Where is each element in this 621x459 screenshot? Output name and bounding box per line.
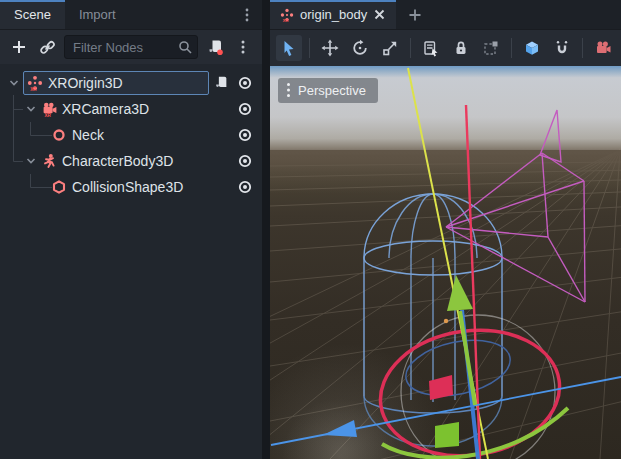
search-icon [177,39,193,55]
local-space-toggle[interactable] [519,35,545,61]
gizmo-plane-green[interactable] [435,422,459,448]
node-label: Neck [72,127,104,143]
visibility-eye-icon[interactable] [237,127,253,143]
more-menu-icon [240,7,254,23]
snap-magnet-icon [553,39,571,57]
list-select-button[interactable] [418,35,444,61]
viewport-3d[interactable]: Perspective [270,66,621,459]
scene-tab-origin-body[interactable]: XR origin_body [270,0,396,29]
marker-dot [444,319,448,323]
node-label: CollisionShape3D [72,179,183,195]
tree-row-collisionshape3d[interactable]: CollisionShape3D [0,174,262,200]
instance-scene-button[interactable] [36,36,58,58]
perspective-label: Perspective [298,83,366,98]
filter-nodes-box [64,35,198,59]
viewport-render [270,66,621,459]
attach-script-icon [207,39,224,56]
selected-node-box: XR XROrigin3D [23,71,209,95]
tab-scene[interactable]: Scene [0,0,65,29]
move-tool-button[interactable] [317,35,343,61]
lock-selected-button[interactable] [448,35,474,61]
local-space-cube-icon [523,39,541,57]
character-body-icon [40,153,58,169]
visibility-eye-icon[interactable] [237,179,253,195]
add-node-button[interactable] [8,36,30,58]
svg-text:XR: XR [283,18,289,22]
visibility-eye-icon[interactable] [237,101,253,117]
group-selected-button[interactable] [478,35,504,61]
toolbar-separator [410,38,411,58]
group-icon [482,39,500,57]
camera-preview-toggle[interactable] [590,35,616,61]
tab-import[interactable]: Import [65,0,130,29]
drag-dots-icon [286,82,291,98]
tree-row-neck[interactable]: Neck [0,122,262,148]
select-arrow-icon [280,39,298,57]
xr-origin-icon: XR [26,75,44,91]
scene-tab-bar: XR origin_body [270,0,621,30]
toolbar-separator [511,38,512,58]
tree-row-xrcamera3d[interactable]: XR XRCamera3D [0,96,262,122]
tab-scene-label: Scene [14,7,51,22]
collapse-chevron-icon[interactable] [22,103,40,115]
visibility-eye-icon[interactable] [237,153,253,169]
collapse-chevron-icon[interactable] [22,155,40,167]
collision-shape-icon [50,179,68,195]
viewport-toolbar [270,30,621,66]
select-tool-button[interactable] [276,35,302,61]
xr-camera-icon: XR [40,101,58,117]
new-tab-plus-icon [408,8,422,22]
scene-dock: Scene Import [0,0,262,459]
node-label: XROrigin3D [48,75,123,91]
perspective-menu-button[interactable]: Perspective [278,78,378,103]
lock-icon [452,39,470,57]
svg-text:XR: XR [30,87,37,91]
close-icon[interactable] [373,8,386,21]
scene-tree: XR XROrigin3D [0,64,262,200]
dock-menu-button[interactable] [232,0,262,29]
xr-origin-icon: XR [280,8,294,22]
ring-icon [50,127,68,143]
tree-row-xrorigin3d[interactable]: XR XROrigin3D [0,70,262,96]
tree-row-characterbody3d[interactable]: CharacterBody3D [0,148,262,174]
scale-icon [381,39,399,57]
script-icon[interactable] [214,75,229,91]
scene-dock-toolbar [0,30,262,64]
node-label: CharacterBody3D [62,153,173,169]
scale-tool-button[interactable] [377,35,403,61]
tab-import-label: Import [79,7,116,22]
visibility-eye-icon[interactable] [237,75,253,91]
rotate-tool-button[interactable] [347,35,373,61]
toolbar-separator [582,38,583,58]
instance-scene-link-icon [39,39,56,56]
scene-tab-label: origin_body [300,7,367,22]
add-node-icon [11,39,27,55]
toolbar-separator [309,38,310,58]
scene-tree-menu-button[interactable] [232,36,254,58]
snap-toggle[interactable] [549,35,575,61]
camera-preview-icon [594,39,612,57]
move-icon [321,39,339,57]
rotate-icon [351,39,369,57]
main-viewport-panel: XR origin_body [270,0,621,459]
dock-tab-bar: Scene Import [0,0,262,30]
list-select-icon [422,39,440,57]
more-menu-icon [236,39,250,55]
svg-text:XR: XR [44,113,51,117]
node-label: XRCamera3D [62,101,149,117]
attach-script-button[interactable] [204,36,226,58]
collapse-chevron-icon[interactable] [5,77,23,89]
horizon-fade [270,150,621,194]
new-scene-tab-button[interactable] [396,0,434,29]
